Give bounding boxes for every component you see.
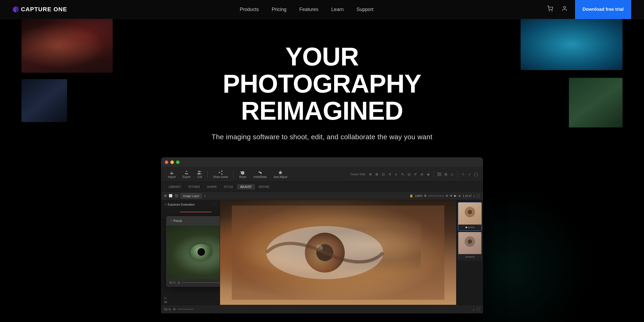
cart-icon[interactable]: [546, 5, 554, 14]
filmstrip-dot: [466, 256, 467, 258]
focus-panel-header: ▼ Focus ···: [167, 217, 220, 225]
window-minimize-button[interactable]: [170, 160, 174, 164]
apply-icon[interactable]: ✓: [467, 172, 472, 177]
toolbar-undo-button[interactable]: Undo/Redo: [251, 169, 270, 180]
eye-icon[interactable]: 👁: [450, 194, 453, 197]
view-controls: ⬛ ⊞ ⚠: [437, 172, 455, 177]
navbar-actions: Download free trial: [546, 0, 631, 19]
filmstrip-thumb-1[interactable]: [458, 202, 482, 231]
tool-icon-10[interactable]: ◈: [426, 172, 431, 177]
nav-pricing[interactable]: Pricing: [272, 7, 287, 12]
focus-eye-pupil: [197, 248, 205, 256]
cursor-tools-label: Cursor Tools: [350, 173, 365, 176]
nav-links: Products Pricing Features Learn Support: [240, 7, 373, 12]
svg-point-6: [221, 173, 223, 175]
filmstrip-dot: [466, 227, 467, 228]
filmstrip-dot: [467, 256, 469, 258]
tab-library[interactable]: LIBRARY: [165, 184, 184, 189]
nav-features[interactable]: Features: [299, 7, 319, 12]
hero-content: YOUR PHOTOGRAPHY REIMAGINED The imaging …: [0, 19, 644, 141]
tab-style[interactable]: STYLE: [221, 184, 236, 189]
filmstrip-dot: [473, 256, 474, 258]
main-toolbar: Import Export Cull Share online Reset: [161, 167, 483, 182]
tab-tether[interactable]: TETHER: [185, 184, 203, 189]
tool-icon-3[interactable]: ⊡: [380, 172, 386, 177]
zoom-fit-icon[interactable]: ⊕: [424, 194, 426, 197]
focus-footer: 50 % ⊕ ⌕ ⛶: [167, 279, 220, 286]
svg-point-5: [219, 172, 220, 173]
focus-eye-iris: [191, 244, 212, 260]
grid-icon[interactable]: ⊞: [443, 172, 448, 177]
tab-refine[interactable]: REFINE: [255, 184, 273, 189]
tab-adjust[interactable]: ADJUST: [237, 184, 255, 189]
filmstrip-dot: [469, 256, 471, 258]
toolbar-share-button[interactable]: Share online: [210, 169, 231, 180]
left-panel: ▼ Exposure Evaluation ··· ▼ Focus: [161, 200, 220, 305]
copy-icon[interactable]: ⊹: [460, 172, 466, 177]
layer-bar: ⊞ ⬜ ⬛ Image Layer + 🔒 146% ⊕ ⊖ 👁 ▶ ⏸ 1 o…: [161, 192, 483, 200]
tool-icon-7[interactable]: ◎: [406, 172, 412, 177]
toolbar-export-button[interactable]: Export: [180, 169, 193, 180]
layer-label[interactable]: Image Layer: [181, 193, 202, 198]
filmstrip-dot: [471, 227, 473, 228]
filmstrip-panel: [456, 200, 483, 305]
hero-section: YOUR PHOTOGRAPHY REIMAGINED The imaging …: [0, 0, 644, 322]
toolbar-autoadjust-button[interactable]: Auto Adjust: [271, 169, 290, 180]
bottom-fullscreen-icon[interactable]: ⛶: [477, 308, 480, 311]
zoom-lock-icon[interactable]: 🔒: [409, 194, 413, 197]
bottom-slider[interactable]: [178, 309, 194, 310]
filmstrip-thumb-2[interactable]: [458, 232, 482, 260]
nav-learn[interactable]: Learn: [331, 7, 344, 12]
cursor-tools: Cursor Tools ⊕ ⊞ ⊡ ↺ ∧ ✎ ◎ ✐ ⊘ ◈: [350, 172, 431, 177]
svg-point-0: [549, 10, 550, 11]
navbar: CAPTURE ONE Products Pricing Features Le…: [0, 0, 644, 19]
panel-tabs: LIBRARY TETHER SHAPE STYLE ADJUST REFINE: [161, 182, 483, 192]
svg-point-20: [468, 240, 472, 244]
zoom-out-icon[interactable]: ⊖: [446, 194, 448, 197]
nav-support[interactable]: Support: [357, 7, 374, 12]
before-icon[interactable]: ⬛: [437, 172, 442, 177]
tool-icon-4[interactable]: ↺: [387, 172, 392, 177]
toolbar-separator: [207, 171, 208, 178]
search-icon[interactable]: ⌕: [473, 194, 475, 197]
exposure-header[interactable]: ▼ Exposure Evaluation ···: [161, 200, 220, 208]
view-single-icon[interactable]: ⬜: [169, 194, 173, 197]
exposure-menu-icon[interactable]: ···: [214, 202, 217, 206]
play-icon[interactable]: ▶: [454, 194, 456, 197]
filmstrip-dot: [471, 256, 473, 258]
tool-icon-9[interactable]: ⊘: [419, 172, 425, 177]
toolbar-cull-button[interactable]: Cull: [195, 169, 205, 180]
nav-products[interactable]: Products: [240, 7, 259, 12]
download-trial-button[interactable]: Download free trial: [575, 0, 631, 19]
logo-icon: [13, 6, 19, 12]
toolbar-reset-button[interactable]: Reset: [236, 169, 249, 180]
toolbar-separator-2: [233, 171, 234, 178]
fullscreen-icon[interactable]: ⛶: [477, 194, 480, 197]
logo[interactable]: CAPTURE ONE: [13, 6, 67, 13]
view-dual-icon[interactable]: ⬛: [175, 194, 178, 197]
add-layer-icon[interactable]: +: [204, 194, 206, 197]
focus-eye-background: [167, 225, 220, 279]
tab-shape[interactable]: SHAPE: [204, 184, 220, 189]
window-fullscreen-button[interactable]: [176, 160, 180, 164]
copy-apply-controls: ⊹ ✓ ◯: [460, 172, 479, 177]
tool-icon-2[interactable]: ⊞: [374, 172, 379, 177]
toolbar-import-button[interactable]: Import: [165, 169, 178, 180]
user-account-icon[interactable]: ◯: [473, 172, 479, 177]
tool-icon-1[interactable]: ⊕: [368, 172, 373, 177]
bottom-zoom-icon[interactable]: ⊕: [173, 308, 175, 311]
user-icon[interactable]: [561, 5, 569, 14]
focus-image-view: [167, 225, 220, 279]
view-grid-icon[interactable]: ⊞: [164, 194, 167, 197]
zoom-slider[interactable]: [428, 195, 444, 196]
exposure-label: Exposure Evaluation: [168, 203, 195, 206]
warning-icon[interactable]: ⚠: [449, 172, 455, 177]
tool-icon-8[interactable]: ✐: [413, 172, 418, 177]
svg-line-8: [220, 171, 221, 172]
focus-zoom-icon[interactable]: ⊕: [178, 281, 180, 284]
window-close-button[interactable]: [165, 160, 168, 164]
tool-icon-5[interactable]: ∧: [393, 172, 399, 177]
tool-icon-6[interactable]: ✎: [400, 172, 405, 177]
pause-icon[interactable]: ⏸: [458, 194, 461, 197]
bottom-search-icon[interactable]: ⌕: [473, 308, 475, 311]
